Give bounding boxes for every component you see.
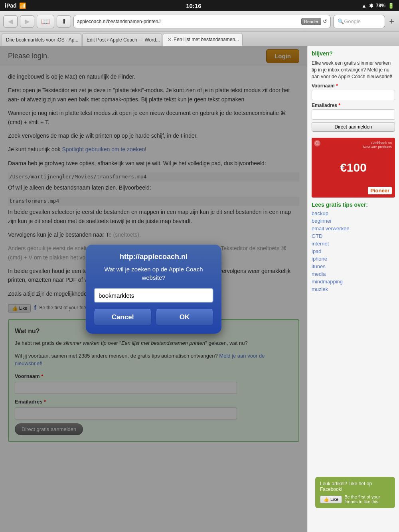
dialog-ok-button[interactable]: OK — [156, 309, 213, 326]
green-notification-text: Leuk artikel? Like het op Facebook! — [320, 481, 372, 492]
sidebar-link-email[interactable]: email verwerken — [312, 225, 395, 231]
status-bar: iPad 📶 10:16 ▲ ✱ 78% 🔋 — [0, 0, 399, 11]
dialog-cancel-button[interactable]: Cancel — [94, 309, 152, 326]
battery-label: 78% — [376, 3, 385, 8]
newsletter-section: blijven? Elke week een gratis slimmer we… — [312, 50, 395, 132]
battery-icon: 🔋 — [388, 3, 394, 9]
ad-brand: Pioneer — [368, 187, 392, 194]
share-button[interactable]: ⬆ — [57, 15, 71, 28]
back-button[interactable]: ◀ — [3, 15, 18, 28]
sidebar-link-ipad[interactable]: ipad — [312, 248, 395, 254]
ad-sub: Cashback on NavGate products — [360, 141, 392, 149]
sidebar-link-media[interactable]: media — [312, 271, 395, 277]
reader-button[interactable]: Reader — [301, 18, 321, 25]
search-placeholder: Google — [344, 18, 361, 24]
tab-3-label: Een lijst met bestandsnamen... — [174, 37, 239, 42]
nav-bar: ◀ ▶ 📖 ⬆ applecoach.nl/bestandsnamen-prin… — [0, 11, 399, 32]
sidebar-link-mindmapping[interactable]: mindmapping — [312, 279, 395, 285]
green-like-icon: 👍 — [324, 497, 329, 502]
dialog-search-input[interactable] — [94, 288, 213, 303]
sidebar-ad: €100 Cashback on NavGate products Pionee… — [312, 138, 395, 198]
sidebar-email-input[interactable] — [312, 109, 395, 120]
green-notification: Leuk artikel? Like het op Facebook! 👍 Li… — [315, 477, 395, 508]
sidebar: blijven? Elke week een gratis slimmer we… — [307, 46, 399, 532]
new-tab-button[interactable]: + — [387, 16, 396, 27]
search-bar[interactable]: 🔍 Google — [333, 15, 385, 28]
green-like-label: Like — [330, 497, 338, 502]
status-right: ▲ ✱ 78% 🔋 — [361, 3, 394, 9]
sidebar-link-internet[interactable]: internet — [312, 241, 395, 247]
tab-2-label: Edit Post ‹ Apple Coach — Word... — [87, 37, 160, 43]
sidebar-link-itunes[interactable]: itunes — [312, 263, 395, 269]
ad-amount: €100 — [340, 161, 367, 174]
time-label: 10:16 — [186, 2, 201, 9]
url-text: applecoach.nl/bestandsnamen-printen# — [77, 19, 300, 24]
bookmarks-button[interactable]: 📖 — [37, 15, 54, 28]
page-area: Please login. Login die ingebouwd is op … — [0, 46, 399, 532]
sidebar-link-iphone[interactable]: iphone — [312, 256, 395, 262]
sidebar-link-muziek[interactable]: muziek — [312, 286, 395, 292]
sidebar-newsletter-title: blijven? — [312, 50, 395, 57]
status-left: iPad 📶 — [5, 2, 26, 9]
sidebar-newsletter-text: Elke week een gratis slimmer werken tip … — [312, 60, 395, 80]
dialog-message: Wat wil je zoeken op de Apple Coach webs… — [94, 265, 213, 282]
device-label: iPad — [5, 2, 17, 9]
sidebar-aanmelden-button[interactable]: Direct aanmelden — [312, 122, 395, 132]
dialog-buttons: Cancel OK — [94, 309, 213, 326]
location-icon: ▲ — [361, 3, 367, 9]
dialog-title: http://applecoach.nl — [94, 253, 213, 261]
tips-section: Lees gratis tips over: backup beginner e… — [312, 202, 395, 292]
green-fb-text: Be the first of your friends to like thi… — [344, 494, 390, 504]
tabs-bar: Drie bookmarklets voor iOS - Ap... Edit … — [0, 32, 399, 46]
dialog-overlay: http://applecoach.nl Wat wil je zoeken o… — [0, 46, 307, 532]
tab-1[interactable]: Drie bookmarklets voor iOS - Ap... — [2, 33, 81, 46]
ad-close-icon[interactable]: ⓘ — [314, 140, 320, 146]
main-content: Please login. Login die ingebouwd is op … — [0, 46, 307, 532]
sidebar-link-beginner[interactable]: beginner — [312, 218, 395, 224]
tab-3[interactable]: ✕ Een lijst met bestandsnamen... — [163, 33, 243, 46]
tips-title: Lees gratis tips over: — [312, 202, 395, 208]
tab-2[interactable]: Edit Post ‹ Apple Coach — Word... — [82, 33, 162, 46]
search-dialog: http://applecoach.nl Wat wil je zoeken o… — [86, 245, 221, 334]
sidebar-voornaam-label: Voornaam * — [312, 83, 395, 89]
sidebar-email-label: Emailadres * — [312, 103, 395, 108]
sidebar-link-backup[interactable]: backup — [312, 210, 395, 216]
tab-3-close[interactable]: ✕ — [167, 36, 172, 43]
sidebar-link-gtd[interactable]: GTD — [312, 233, 395, 239]
sidebar-voornaam-input[interactable] — [312, 90, 395, 100]
reload-button[interactable]: ↺ — [323, 18, 327, 24]
wifi-icon: 📶 — [19, 2, 26, 9]
green-like-button[interactable]: 👍 Like — [320, 496, 342, 503]
bluetooth-icon: ✱ — [369, 3, 373, 9]
tab-1-label: Drie bookmarklets voor iOS - Ap... — [6, 37, 78, 43]
search-icon: 🔍 — [338, 18, 344, 24]
forward-button[interactable]: ▶ — [20, 15, 34, 28]
url-bar[interactable]: applecoach.nl/bestandsnamen-printen# Rea… — [73, 15, 331, 28]
